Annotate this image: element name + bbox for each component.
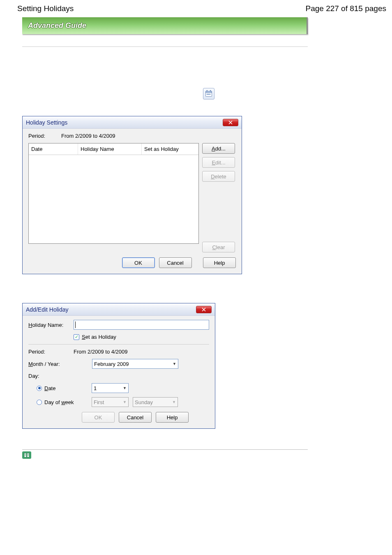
ordinal-select[interactable]: First ▼ bbox=[92, 397, 129, 407]
add-button[interactable]: Add... bbox=[202, 143, 235, 154]
close-icon[interactable] bbox=[223, 119, 238, 126]
help-button[interactable]: Help bbox=[156, 412, 189, 423]
weekday-value: Sunday bbox=[135, 399, 153, 405]
guide-banner: Advanced Guide bbox=[22, 17, 308, 34]
day-of-week-radio-label: Day of week bbox=[44, 399, 92, 405]
close-icon[interactable] bbox=[196, 306, 212, 313]
delete-button[interactable]: Delete bbox=[202, 171, 235, 182]
ordinal-value: First bbox=[94, 399, 104, 405]
dialog-title: Add/Edit Holiday bbox=[26, 306, 69, 313]
weekday-select[interactable]: Sunday ▼ bbox=[133, 397, 178, 407]
footer-bar bbox=[22, 449, 308, 459]
svg-rect-5 bbox=[208, 94, 209, 95]
svg-rect-6 bbox=[210, 94, 211, 95]
day-label: Day: bbox=[28, 373, 39, 379]
calendar-tool-icon[interactable] bbox=[203, 88, 214, 99]
svg-rect-1 bbox=[206, 91, 212, 92]
period-value: From 2/2009 to 4/2009 bbox=[61, 133, 115, 139]
divider bbox=[22, 46, 308, 47]
chevron-down-icon: ▼ bbox=[173, 362, 176, 366]
cancel-button[interactable]: Cancel bbox=[119, 412, 152, 423]
date-value: 1 bbox=[94, 385, 97, 391]
svg-point-2 bbox=[207, 90, 208, 91]
edit-button[interactable]: Edit... bbox=[202, 157, 235, 168]
page-title-left: Setting Holidays bbox=[17, 4, 74, 13]
column-date[interactable]: Date bbox=[29, 143, 78, 155]
date-radio-label: Date bbox=[44, 385, 92, 391]
ok-button[interactable]: OK bbox=[82, 412, 115, 423]
cancel-button[interactable]: Cancel bbox=[159, 257, 192, 268]
holiday-list[interactable]: Date Holiday Name Set as Holiday bbox=[28, 143, 199, 244]
book-icon[interactable] bbox=[22, 451, 31, 459]
column-set-as-holiday[interactable]: Set as Holiday bbox=[142, 143, 198, 155]
chevron-down-icon: ▼ bbox=[123, 386, 127, 390]
chevron-down-icon: ▼ bbox=[123, 400, 127, 404]
chevron-down-icon: ▼ bbox=[172, 400, 176, 404]
dialog-titlebar[interactable]: Add/Edit Holiday bbox=[23, 303, 215, 316]
date-radio[interactable] bbox=[37, 386, 42, 391]
month-year-select[interactable]: February 2009 ▼ bbox=[92, 359, 178, 369]
clear-button[interactable]: Clear bbox=[202, 242, 235, 252]
holiday-name-label: Holiday Name: bbox=[28, 322, 74, 328]
holiday-settings-dialog: Holiday Settings Period: From 2/2009 to … bbox=[22, 116, 242, 274]
set-as-holiday-checkbox[interactable] bbox=[74, 334, 79, 340]
month-year-value: February 2009 bbox=[94, 361, 129, 367]
svg-rect-4 bbox=[207, 94, 208, 95]
svg-point-3 bbox=[210, 90, 211, 91]
column-holiday-name[interactable]: Holiday Name bbox=[78, 143, 142, 155]
holiday-name-input[interactable] bbox=[74, 320, 209, 330]
page-counter: Page 227 of 815 pages bbox=[305, 4, 386, 13]
calendar-icon bbox=[205, 90, 213, 98]
period-label: Period: bbox=[28, 133, 61, 139]
month-year-label: Month / Year: bbox=[28, 361, 92, 367]
set-as-holiday-label: Set as Holiday bbox=[82, 334, 116, 340]
help-button[interactable]: Help bbox=[203, 257, 236, 268]
period-value: From 2/2009 to 4/2009 bbox=[74, 349, 128, 355]
period-label: Period: bbox=[28, 349, 74, 355]
dialog-title: Holiday Settings bbox=[26, 119, 67, 126]
day-of-week-radio[interactable] bbox=[37, 400, 42, 405]
date-select[interactable]: 1 ▼ bbox=[92, 383, 129, 393]
guide-banner-title: Advanced Guide bbox=[28, 21, 86, 30]
ok-button[interactable]: OK bbox=[122, 257, 155, 268]
dialog-titlebar[interactable]: Holiday Settings bbox=[23, 116, 242, 129]
add-edit-holiday-dialog: Add/Edit Holiday Holiday Name: Set as Ho… bbox=[22, 303, 215, 429]
